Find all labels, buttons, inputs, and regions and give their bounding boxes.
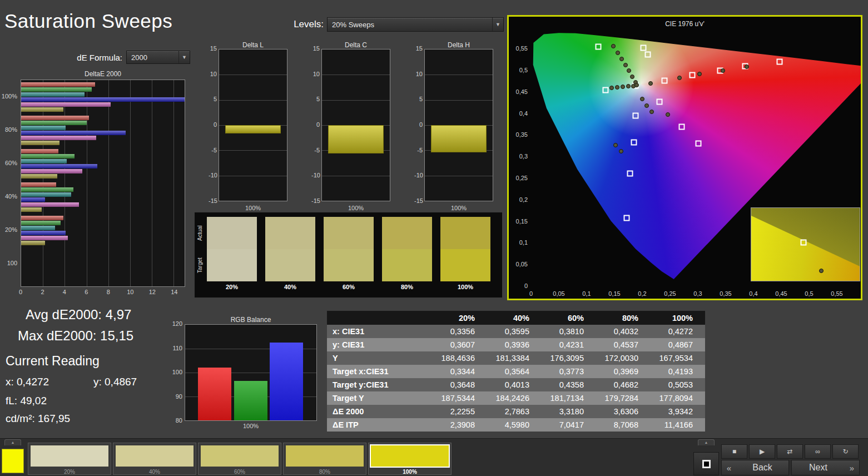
table-cell: 176,3095 (542, 351, 596, 365)
patch-swatch (286, 445, 364, 467)
axis-tick-label: 60% (0, 160, 17, 166)
levels-label: Levels: (287, 19, 324, 30)
swatch-column: 20% (207, 212, 257, 298)
reading-cdm2: cd/m²: 167,95 (6, 413, 70, 425)
square-marker-icon (702, 460, 711, 468)
table-head-row: 20%40%60%80%100% (327, 311, 705, 325)
rgb-ylabels: 1201101009080 (166, 324, 183, 421)
table-row: y: CIE310,36070,39360,42310,45370,4867 (327, 338, 705, 351)
axis-tick-label: -15 (311, 197, 320, 204)
patch-tile[interactable]: 60% (198, 443, 281, 475)
double-chevron-right-icon: » (845, 463, 859, 473)
right-panel-handle[interactable]: ▲ (698, 439, 715, 445)
patch-tile[interactable]: 100% (368, 443, 452, 475)
table-cell: 3,6306 (596, 405, 651, 418)
axis-tick-label: -5 (209, 147, 217, 153)
bar (21, 221, 61, 225)
rgb-balance-title: RGB Balance (185, 316, 317, 324)
swatch-label: 20% (207, 284, 257, 290)
bar (328, 125, 384, 153)
axis-tick-label: 10 (311, 71, 320, 77)
bar (198, 368, 231, 420)
target-marker (679, 124, 685, 130)
back-button[interactable]: « Back (721, 460, 789, 475)
bar-group (21, 113, 185, 147)
target-swatch (207, 249, 257, 281)
axis-tick-label: 80% (0, 126, 17, 133)
patch-tile[interactable]: 80% (283, 443, 366, 475)
step-button[interactable]: ⇄ (777, 444, 803, 459)
cie-title: CIE 1976 u'v' (509, 20, 861, 28)
column-header: 40% (487, 311, 542, 325)
measurement-marker (613, 143, 618, 147)
axis-tick-label: 0 (16, 289, 25, 295)
axis-tick-label: 0,25 (509, 175, 528, 181)
axis-tick-label: 0 (311, 121, 320, 128)
table-row: Target Y187,5344184,2426181,7134179,7284… (327, 391, 705, 405)
deltae-plot (21, 80, 185, 287)
axis-tick-label: 10 (209, 71, 217, 77)
table-row: ΔE 20002,22552,78633,31803,63063,9342 (327, 405, 705, 418)
table-cell: 181,7134 (542, 391, 596, 405)
refresh-button[interactable]: ↻ (832, 444, 859, 459)
play-button[interactable]: ▶ (749, 444, 775, 459)
measurement-marker (640, 97, 644, 101)
table-cell: 0,3773 (542, 365, 596, 378)
axis-tick-label: 0,55 (509, 45, 528, 52)
gridline (219, 176, 287, 176)
bar (21, 131, 126, 135)
mini-xlabel: 100% (321, 205, 390, 211)
target-marker (641, 44, 647, 51)
delta-l-title: Delta L (219, 41, 287, 49)
loop-button[interactable]: ∞ (805, 444, 831, 459)
axis-tick-label: 0,1 (509, 239, 528, 246)
axis-tick-label: 15 (414, 45, 423, 52)
marker-button[interactable] (693, 452, 719, 475)
measurement-marker (634, 83, 639, 87)
bar (21, 164, 97, 168)
levels-value: 20% Sweeps (332, 21, 492, 29)
axis-tick-label: 12 (148, 289, 157, 295)
patch-tile[interactable]: 40% (113, 443, 196, 475)
stop-button[interactable]: ■ (721, 444, 747, 459)
axis-tick-label: 0,4 (742, 290, 765, 297)
de-formula-value: 2000 (131, 53, 178, 62)
rgb-xlabel: 100% (185, 423, 317, 429)
axis-tick-label: 0 (209, 121, 217, 128)
bar (21, 207, 42, 212)
mini-ylabels: 151050-5-10-15 (209, 49, 218, 201)
bar (21, 231, 66, 235)
target-marker (627, 170, 633, 176)
axis-tick-label: 0,05 (548, 290, 570, 297)
gridline (322, 176, 390, 176)
axis-tick-label: 0 (509, 282, 528, 289)
measurement-marker (649, 110, 654, 114)
patch-swatch (116, 445, 194, 467)
axis-tick-label: 0,15 (509, 218, 528, 225)
bar (21, 126, 66, 130)
de-formula-dropdown[interactable]: 2000 ▼ (126, 51, 190, 64)
bar (270, 343, 303, 420)
next-button[interactable]: Next » (791, 460, 860, 475)
measurement-marker (615, 85, 619, 90)
patch-label: 20% (28, 469, 111, 475)
table-row: ΔE ITP2,39084,59807,04178,706811,4166 (327, 418, 705, 432)
bar (21, 159, 67, 163)
cie-panel[interactable]: CIE 1976 u'v' 00,050,10,150,20,250,30,35… (507, 15, 862, 300)
rgb-plot (185, 324, 317, 421)
chevron-down-icon: ▼ (492, 18, 503, 31)
swatch-label: 40% (265, 284, 315, 290)
patch-label: 80% (284, 469, 366, 475)
table-cell: 0,3607 (433, 338, 487, 351)
patch-tile[interactable]: 20% (28, 443, 111, 475)
actual-swatch (324, 217, 374, 249)
target-marker (657, 99, 663, 105)
measurement-marker (677, 76, 682, 80)
bar (21, 121, 87, 125)
bar (21, 226, 55, 230)
bar (21, 92, 85, 97)
levels-dropdown[interactable]: 20% Sweeps ▼ (327, 17, 504, 32)
table-cell: 2,2255 (433, 405, 487, 418)
target-swatch (382, 249, 432, 281)
row-label: Target y:CIE31 (327, 378, 433, 391)
